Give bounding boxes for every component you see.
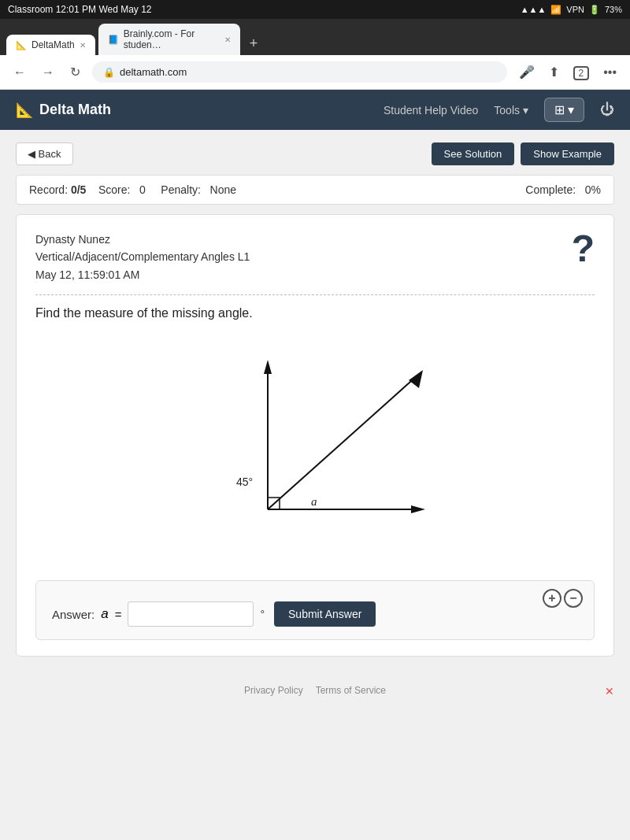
status-bar-left: Classroom 12:01 PM Wed May 12: [8, 4, 152, 15]
angle-a-label: a: [311, 495, 317, 508]
problem-question: Find the measure of the missing angle.: [35, 306, 595, 320]
answer-variable: a: [101, 606, 108, 622]
penalty-label: Penalty:: [161, 183, 201, 196]
microphone-icon[interactable]: 🎤: [515, 63, 539, 81]
geometry-diagram: 45° a: [189, 336, 441, 557]
tools-label: Tools: [494, 104, 520, 117]
battery-percent: 73%: [605, 5, 622, 14]
student-info: Dynasty Nunez Vertical/Adjacent/Compleme…: [35, 231, 250, 283]
action-buttons: See Solution Show Example: [432, 142, 614, 165]
footer-wrap: Privacy Policy Terms of Service ✕: [0, 669, 630, 712]
battery-icon: 🔋: [589, 5, 600, 15]
footer: Privacy Policy Terms of Service ✕: [0, 669, 630, 712]
student-help-video-link[interactable]: Student Help Video: [384, 104, 478, 117]
app-header: 📐 Delta Math Student Help Video Tools ▾ …: [0, 90, 630, 130]
tab-deltamath-icon: 📐: [16, 40, 27, 50]
status-bar-text: Classroom 12:01 PM Wed May 12: [8, 4, 152, 15]
help-icon[interactable]: ?: [572, 227, 595, 270]
tab-brainly-label: Brainly.com - For studen…: [124, 28, 220, 50]
record-value: 0/5: [71, 183, 86, 196]
browser-tabs: 📐 DeltaMath ✕ 📘 Brainly.com - For studen…: [0, 19, 630, 55]
status-bar-right: ▲▲▲ 📶 VPN 🔋 73%: [521, 5, 622, 15]
terms-of-service-link[interactable]: Terms of Service: [316, 685, 386, 696]
diagonal-arrow: [409, 370, 423, 388]
forward-nav-button[interactable]: →: [38, 64, 58, 81]
score-label: Score:: [98, 183, 130, 196]
page-content: ◀ Back See Solution Show Example Record:…: [0, 130, 630, 669]
record-bar: Record: 0/5 Score: 0 Penalty: None Compl…: [16, 175, 614, 205]
back-nav-button[interactable]: ←: [9, 64, 30, 81]
equals-sign: =: [115, 608, 122, 621]
problem-datetime: May 12, 11:59:01 AM: [35, 266, 250, 283]
complete-value: 0%: [585, 183, 601, 196]
logout-button[interactable]: ⏻: [600, 102, 614, 118]
tab-brainly-icon: 📘: [108, 35, 119, 45]
tab-deltamath-label: DeltaMath: [32, 39, 75, 50]
tools-chevron-icon: ▾: [523, 104, 528, 117]
show-example-button[interactable]: Show Example: [521, 142, 614, 165]
submit-answer-button[interactable]: Submit Answer: [274, 601, 376, 627]
record-label: Record:: [29, 183, 68, 196]
tabs-count-button[interactable]: 2: [569, 64, 594, 81]
top-actions: ◀ Back See Solution Show Example: [16, 142, 614, 165]
angle-45-label: 45°: [236, 476, 253, 488]
signal-icon: ▲▲▲: [521, 5, 547, 14]
wifi-icon: 📶: [550, 5, 561, 15]
assignment-name: Vertical/Adjacent/Complementary Angles L…: [35, 248, 250, 265]
app-logo: 📐 Delta Math: [16, 102, 111, 119]
calculator-button[interactable]: ⊞ ▾: [544, 98, 584, 122]
degree-symbol: °: [260, 608, 265, 620]
complete-label: Complete:: [525, 183, 576, 196]
answer-row: Answer: a = ° Submit Answer: [52, 601, 578, 627]
footer-close-button[interactable]: ✕: [605, 685, 614, 698]
divider: [35, 294, 595, 295]
browser-bar: ← → ↻ 🔒 deltamath.com 🎤 ⬆ 2 •••: [0, 55, 630, 90]
remove-field-button[interactable]: −: [564, 589, 583, 608]
horizontal-arrow: [411, 505, 425, 513]
privacy-policy-link[interactable]: Privacy Policy: [244, 685, 303, 696]
answer-controls: + −: [543, 589, 583, 608]
answer-label: Answer:: [52, 608, 94, 621]
status-bar: Classroom 12:01 PM Wed May 12 ▲▲▲ 📶 VPN …: [0, 0, 630, 19]
logo-icon: 📐: [16, 102, 33, 119]
more-options-button[interactable]: •••: [599, 64, 621, 81]
reload-button[interactable]: ↻: [66, 63, 84, 81]
penalty-value: None: [210, 183, 236, 196]
browser-actions: 🎤 ⬆ 2 •••: [515, 63, 621, 81]
see-solution-button[interactable]: See Solution: [432, 142, 515, 165]
lock-icon: 🔒: [103, 67, 115, 78]
tab-brainly[interactable]: 📘 Brainly.com - For studen… ✕: [98, 24, 240, 55]
diagram-container: 45° a: [35, 336, 595, 557]
score-value: 0: [139, 183, 146, 196]
new-tab-button[interactable]: +: [243, 32, 265, 55]
app-nav: Student Help Video Tools ▾ ⊞ ▾ ⏻: [384, 98, 614, 122]
student-name: Dynasty Nunez: [35, 231, 250, 248]
share-icon[interactable]: ⬆: [545, 63, 563, 81]
tab-deltamath-close[interactable]: ✕: [80, 41, 86, 50]
problem-header: Dynasty Nunez Vertical/Adjacent/Compleme…: [35, 231, 595, 283]
tab-deltamath[interactable]: 📐 DeltaMath ✕: [6, 35, 95, 55]
answer-section: + − Answer: a = ° Submit Answer: [35, 580, 595, 640]
back-button[interactable]: ◀ Back: [16, 142, 73, 165]
logo-text: Delta Math: [39, 102, 111, 118]
complete-info: Complete: 0%: [525, 183, 601, 196]
address-bar[interactable]: 🔒 deltamath.com: [92, 61, 507, 83]
record-info: Record: 0/5 Score: 0 Penalty: None: [29, 183, 236, 196]
calculator-dropdown-icon: ▾: [568, 102, 574, 117]
diagonal-ray: [268, 376, 417, 509]
tab-brainly-close[interactable]: ✕: [224, 35, 231, 44]
url-text: deltamath.com: [120, 66, 187, 78]
vpn-label: VPN: [566, 5, 584, 14]
tools-dropdown[interactable]: Tools ▾: [494, 104, 528, 117]
answer-input[interactable]: [128, 601, 254, 627]
add-field-button[interactable]: +: [543, 589, 561, 608]
vertical-arrow: [264, 360, 272, 374]
calculator-icon: ⊞: [554, 102, 565, 117]
problem-card: Dynasty Nunez Vertical/Adjacent/Compleme…: [16, 214, 614, 657]
